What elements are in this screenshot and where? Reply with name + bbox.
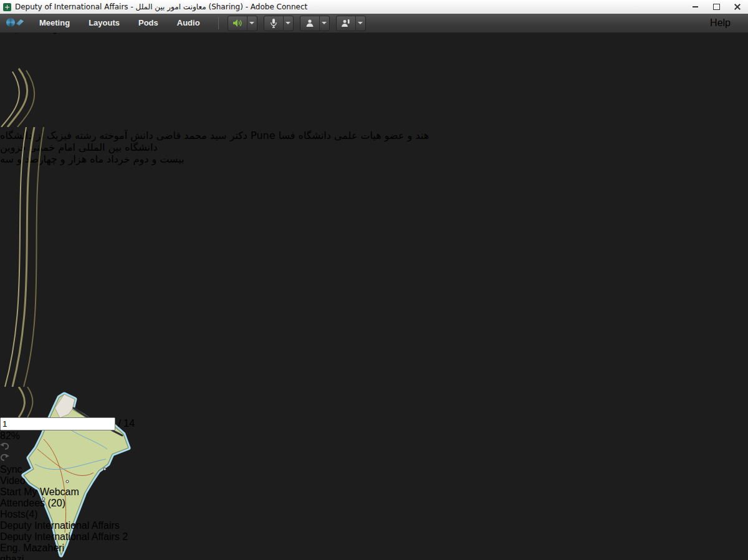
- speaker-dropdown[interactable]: [247, 16, 257, 31]
- attendee-name: Eng. Mazaheri: [0, 543, 64, 553]
- menubar: MeetingLayoutsPodsAudio: [0, 14, 748, 33]
- attendee-name: Deputy International Affairs: [0, 520, 120, 531]
- slide-1: دکتر سید محمد قاضی دانش آموخته رشته فیزی…: [0, 34, 748, 127]
- speaker-button[interactable]: [228, 16, 257, 31]
- webcam-person-icon[interactable]: [300, 16, 319, 31]
- raise-hand-dropdown[interactable]: [355, 16, 365, 31]
- page-number-input[interactable]: [0, 417, 115, 430]
- window-title: Deputy of International Affairs - معاونت…: [15, 2, 307, 11]
- app-icon: [3, 3, 11, 11]
- slide-2: پاکستانچــیــن(تبت)نپالبوتانبرمه (میانما…: [0, 127, 748, 387]
- raise-hand-button[interactable]: [336, 16, 366, 31]
- attendee-row[interactable]: Deputy International Affairs: [0, 520, 748, 531]
- menu-items: MeetingLayoutsPodsAudio: [30, 14, 209, 32]
- attendee-name: ghazi: [0, 554, 24, 560]
- redo-icon: [0, 453, 9, 462]
- undo-icon: [0, 442, 9, 450]
- menu-item-meeting[interactable]: Meeting: [30, 14, 79, 32]
- microphone-dropdown[interactable]: [283, 16, 293, 31]
- help-menu[interactable]: Help: [710, 17, 731, 29]
- menu-item-layouts[interactable]: Layouts: [79, 14, 129, 32]
- pdf-document-area: دکتر سید محمد قاضی دانش آموخته رشته فیزی…: [0, 34, 748, 417]
- page-total-label: / 14: [118, 418, 135, 429]
- adobe-connect-logo-icon: [5, 17, 26, 29]
- slide-decoration: [0, 34, 100, 127]
- minimize-button[interactable]: [684, 1, 706, 14]
- section-count: (4): [26, 509, 38, 520]
- microphone-icon[interactable]: [264, 16, 283, 31]
- window-titlebar: Deputy of International Affairs - معاونت…: [0, 0, 748, 14]
- screen: { "window": { "title": "Deputy of Intern…: [0, 0, 748, 560]
- speaker-icon[interactable]: [228, 16, 247, 31]
- microphone-button[interactable]: [264, 16, 294, 31]
- slide-decoration: [0, 127, 69, 387]
- attendee-row[interactable]: Deputy International Affairs 2: [0, 531, 748, 543]
- webcam-dropdown[interactable]: [319, 16, 329, 31]
- recording-indicator-icon: [685, 19, 693, 27]
- video-pod-title: Video: [0, 475, 26, 486]
- attendees-pod-title: Attendees: [0, 498, 45, 508]
- webcam-button[interactable]: [300, 16, 330, 31]
- share-pod: pdf.قاضی‌فا دکتر ارائه یل Draw Stop Shar…: [0, 0, 748, 475]
- attendee-name: Deputy International Affairs 2: [0, 531, 128, 542]
- menu-item-audio[interactable]: Audio: [168, 14, 209, 32]
- attendees-count: (20): [48, 498, 65, 508]
- share-stage: دکتر سید محمد قاضی دانش آموخته رشته فیزی…: [0, 34, 748, 475]
- close-button[interactable]: [727, 1, 748, 14]
- raise-hand-icon[interactable]: [337, 16, 355, 31]
- menu-item-pods[interactable]: Pods: [129, 14, 168, 32]
- maximize-button[interactable]: [706, 1, 727, 14]
- section-label: Hosts: [0, 509, 26, 520]
